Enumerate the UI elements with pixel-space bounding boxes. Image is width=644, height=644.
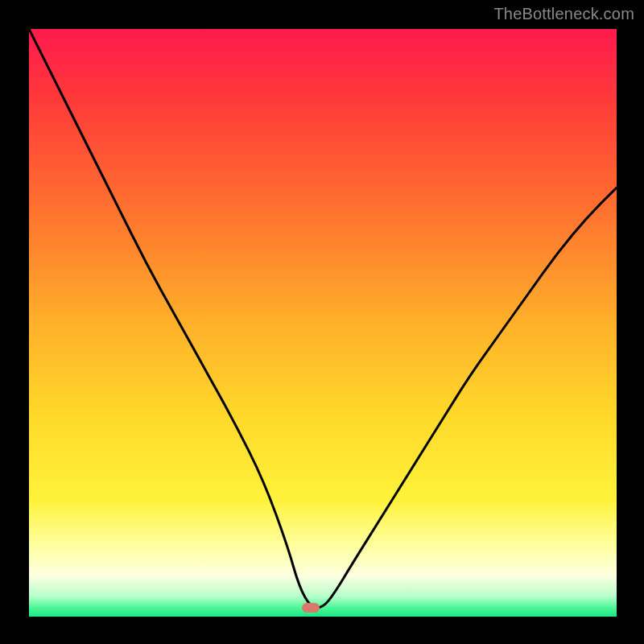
watermark-label: TheBottleneck.com: [493, 5, 634, 23]
optimum-marker: [302, 603, 320, 613]
bottleneck-curve: [29, 29, 617, 617]
chart-frame: TheBottleneck.com: [0, 0, 644, 644]
plot-area: [29, 29, 617, 617]
